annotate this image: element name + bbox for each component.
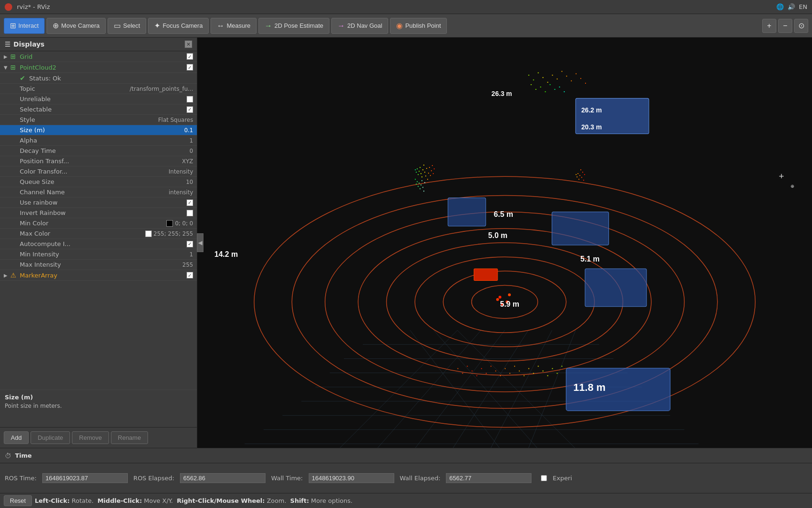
ros-time-value[interactable] (42, 473, 128, 483)
point-cloud-visualization: + ⊕ 26.3 m 26.2 m 20.3 m 6.5 m 5.0 m 14.… (197, 38, 812, 448)
close-displays-button[interactable]: ✕ (185, 40, 192, 48)
view-button[interactable]: ⊙ (794, 19, 808, 33)
alpha-label: Alpha (20, 137, 189, 144)
style-item[interactable]: Style Flat Squares (0, 115, 197, 125)
topic-label: Topic (20, 85, 130, 92)
svg-rect-80 (422, 180, 422, 181)
rename-button[interactable]: Rename (111, 431, 148, 444)
svg-rect-36 (552, 75, 553, 76)
svg-rect-101 (491, 366, 492, 367)
close-button[interactable] (5, 3, 12, 11)
size-m-item[interactable]: Size (m) 0.1 (0, 125, 197, 135)
markerarray-display-item[interactable]: ▶ ⚠ MarkerArray (0, 270, 197, 281)
selectable-item[interactable]: Selectable (0, 104, 197, 115)
use-rainbow-item[interactable]: Use rainbow (0, 198, 197, 208)
publish-point-button[interactable]: ◉ Publish Point (390, 18, 447, 34)
channel-name-item[interactable]: Channel Name intensity (0, 187, 197, 198)
color-transfor-label: Color Transfor... (20, 168, 169, 175)
min-color-item[interactable]: Min Color 0; 0; 0 (0, 218, 197, 229)
svg-rect-58 (421, 173, 422, 174)
max-intensity-value: 255 (182, 262, 193, 268)
experimental-checkbox[interactable] (541, 475, 547, 481)
svg-rect-68 (430, 175, 431, 176)
use-rainbow-checkbox[interactable] (187, 199, 193, 206)
min-intensity-item[interactable]: Min Intensity 1 (0, 249, 197, 260)
move-camera-icon: ⊕ (53, 21, 59, 30)
3d-viewport[interactable]: + ⊕ 26.3 m 26.2 m 20.3 m 6.5 m 5.0 m 14.… (197, 38, 812, 448)
unreliable-label: Unreliable (20, 95, 187, 103)
collapse-panel-button[interactable]: ◀ (197, 233, 203, 252)
displays-header: ☰ Displays ✕ (0, 38, 197, 51)
svg-rect-112 (542, 371, 543, 372)
interact-label: Interact (18, 22, 39, 29)
focus-camera-button[interactable]: ✦ Focus Camera (148, 18, 209, 34)
2d-nav-button[interactable]: → 2D Nav Goal (331, 18, 388, 34)
add-button[interactable]: Add (4, 431, 29, 444)
remove-button[interactable]: Remove (72, 431, 109, 444)
unreliable-checkbox[interactable] (187, 96, 193, 103)
displays-list[interactable]: ▶ ⊞ Grid ▼ ⊞ PointCloud2 ✔ Status: Ok (0, 51, 197, 389)
svg-text:+: + (779, 171, 784, 181)
color-transfor-item[interactable]: Color Transfor... Intensity (0, 167, 197, 177)
expand-arrow: ▼ (4, 65, 9, 70)
svg-rect-114 (552, 368, 553, 369)
wall-time-value[interactable] (309, 473, 394, 483)
2d-pose-button[interactable]: → 2D Pose Estimate (258, 18, 329, 34)
autocompute-checkbox[interactable] (187, 241, 193, 247)
svg-rect-74 (416, 183, 417, 184)
autocompute-label: Autocompute I... (20, 240, 187, 247)
grid-checkbox[interactable] (187, 53, 193, 60)
svg-rect-57 (420, 167, 421, 168)
select-icon: ▭ (114, 21, 121, 30)
max-intensity-item[interactable]: Max Intensity 255 (0, 260, 197, 270)
invert-rainbow-item[interactable]: Invert Rainbow (0, 208, 197, 218)
duplicate-button[interactable]: Duplicate (31, 431, 70, 444)
grid-display-item[interactable]: ▶ ⊞ Grid (0, 51, 197, 62)
zoom-out-button[interactable]: − (778, 19, 792, 33)
reset-button[interactable]: Reset (4, 495, 32, 506)
position-transf-value: XYZ (182, 158, 193, 165)
alpha-item[interactable]: Alpha 1 (0, 135, 197, 146)
status-bar: ROS Time: ROS Elapsed: Wall Time: Wall E… (0, 463, 812, 493)
queue-size-item[interactable]: Queue Size 10 (0, 177, 197, 187)
svg-rect-98 (476, 375, 477, 376)
pointcloud2-checkbox[interactable] (187, 64, 193, 71)
svg-text:⊕: ⊕ (791, 183, 794, 190)
svg-text:5.9  m: 5.9 m (500, 300, 519, 308)
markerarray-checkbox[interactable] (187, 272, 193, 278)
svg-rect-31 (528, 75, 529, 76)
selectable-checkbox[interactable] (187, 106, 193, 113)
move-camera-button[interactable]: ⊕ Move Camera (47, 18, 106, 34)
svg-rect-50 (559, 87, 560, 87)
2d-nav-label: 2D Nav Goal (347, 22, 382, 29)
publish-point-label: Publish Point (405, 22, 441, 29)
ros-elapsed-label: ROS Elapsed: (133, 475, 174, 482)
grid-item-name: Grid (20, 53, 185, 60)
status-item: ✔ Status: Ok (0, 73, 197, 84)
ros-elapsed-value[interactable] (180, 473, 265, 483)
svg-rect-38 (562, 71, 562, 72)
select-button[interactable]: ▭ Select (108, 18, 146, 34)
measure-button[interactable]: ↔ Measure (211, 18, 257, 34)
zoom-in-button[interactable]: + (762, 19, 776, 33)
autocompute-item[interactable]: Autocompute I... (0, 239, 197, 249)
svg-rect-40 (571, 80, 572, 81)
svg-rect-46 (540, 87, 541, 87)
unreliable-item[interactable]: Unreliable (0, 94, 197, 104)
pointcloud2-item-name: PointCloud2 (20, 64, 185, 71)
wall-elapsed-value[interactable] (446, 473, 531, 483)
svg-text:5.0  m: 5.0 m (488, 231, 508, 239)
min-color-value: 0; 0; 0 (175, 220, 193, 227)
svg-rect-102 (495, 371, 496, 372)
style-label: Style (20, 116, 158, 123)
pointcloud2-display-item[interactable]: ▼ ⊞ PointCloud2 (0, 62, 197, 73)
invert-rainbow-checkbox[interactable] (187, 210, 193, 216)
max-color-item[interactable]: Max Color 255; 255; 255 (0, 229, 197, 239)
decay-time-item[interactable]: Decay Time 0 (0, 146, 197, 156)
interact-button[interactable]: ⊞ Interact (4, 18, 45, 34)
status-ok-label: Status: Ok (29, 75, 193, 82)
svg-rect-45 (535, 89, 536, 90)
position-transf-item[interactable]: Position Transf... XYZ (0, 156, 197, 167)
topic-item[interactable]: Topic /transform_points_fu... (0, 84, 197, 94)
svg-text:6.5  m: 6.5 m (494, 210, 513, 218)
